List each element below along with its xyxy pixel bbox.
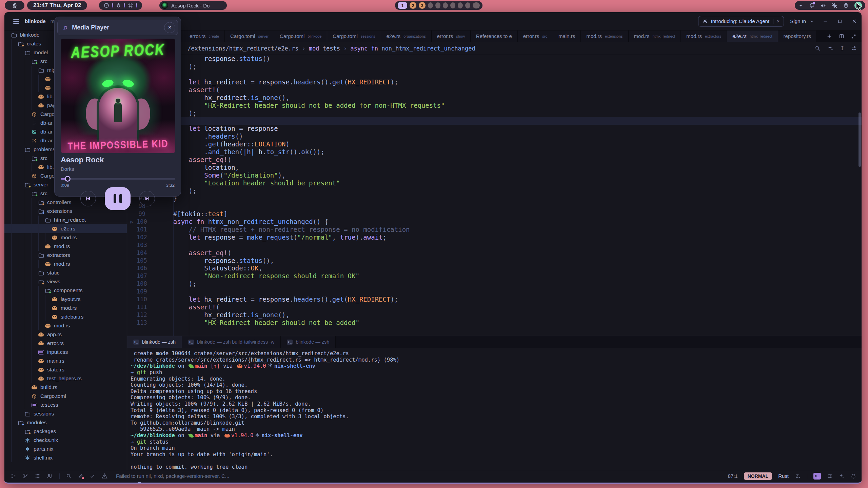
- tree-item-checks.nix[interactable]: checks.nix: [4, 436, 127, 445]
- tree-item-state.rs[interactable]: state.rs: [4, 365, 127, 374]
- previous-track-button[interactable]: [80, 191, 96, 206]
- now-playing-widget[interactable]: Aesop Rock - Do: [159, 1, 227, 10]
- tree-item-layout.rs[interactable]: layout.rs: [4, 295, 127, 304]
- split-pane-icon[interactable]: [839, 34, 844, 39]
- pause-button[interactable]: [105, 187, 131, 210]
- tree-item-sessions[interactable]: sessions: [4, 409, 127, 418]
- workspace-dot[interactable]: [428, 2, 433, 8]
- workspace-button[interactable]: 2: [410, 2, 416, 9]
- tab-Cargo.toml[interactable]: Cargo.tomlsessions: [327, 30, 381, 42]
- workspace-dot[interactable]: [450, 2, 455, 8]
- search-icon[interactable]: [66, 473, 72, 479]
- editor-scrollbar[interactable]: [859, 113, 861, 167]
- workspace-dot[interactable]: [435, 2, 440, 8]
- workspace-switcher[interactable]: 123: [395, 1, 482, 10]
- new-tab-plus-icon[interactable]: [827, 34, 832, 39]
- project-panel-icon[interactable]: [11, 473, 16, 479]
- tree-item-e2e.rs[interactable]: e2e.rs: [4, 224, 127, 233]
- claude-agent-banner[interactable]: Introducing: Claude Agent ×: [698, 16, 784, 27]
- tab-error.rs[interactable]: error.rssrc: [518, 30, 553, 42]
- banner-close-icon[interactable]: ×: [773, 19, 780, 24]
- selection-mode-icon[interactable]: I: [841, 45, 844, 52]
- tree-item-components[interactable]: components: [4, 286, 127, 295]
- tab-e2e.rs[interactable]: e2e.rsorganizations: [381, 30, 432, 42]
- idle-inhibitor-off-icon[interactable]: [832, 3, 837, 8]
- minimize-button[interactable]: [823, 19, 828, 24]
- tree-item-extractors[interactable]: extractors: [4, 251, 127, 260]
- cursor-position[interactable]: 87:1: [728, 473, 738, 479]
- tab-mod.rs[interactable]: mod.rshtmx_redirect: [629, 30, 681, 42]
- workspace-dot[interactable]: [465, 2, 470, 8]
- menu-hamburger-icon[interactable]: [13, 19, 19, 24]
- tab-Cargo.toml[interactable]: Cargo.tomlblinkode: [274, 30, 327, 42]
- collab-users-icon[interactable]: [47, 473, 53, 479]
- breadcrumb[interactable]: /extensions/htmx_redirect/e2e.rs›mod tes…: [127, 42, 862, 55]
- tree-item-views[interactable]: views: [4, 277, 127, 286]
- tab-error.rs[interactable]: error.rscreate: [184, 30, 225, 42]
- tree-item-error.rs[interactable]: error.rs: [4, 339, 127, 348]
- workspace-dot[interactable]: [443, 2, 448, 8]
- sign-in-chevron-icon[interactable]: [809, 19, 814, 24]
- close-button[interactable]: [852, 19, 857, 24]
- debug-bug-icon[interactable]: [827, 473, 833, 479]
- workspace-active[interactable]: 1: [398, 2, 407, 9]
- media-player-header[interactable]: ♫ Media Player ×: [57, 20, 178, 35]
- workspace-button[interactable]: 3: [419, 2, 426, 9]
- tree-item-test.css[interactable]: test.css: [4, 401, 127, 409]
- tree-item-packages[interactable]: packages: [4, 427, 127, 436]
- tree-item-app.rs[interactable]: app.rs: [4, 330, 127, 339]
- tree-item-mod.rs[interactable]: mod.rs: [4, 321, 127, 330]
- edit-prediction-icon[interactable]: [795, 473, 801, 479]
- tab-References-to-e[interactable]: References to e: [471, 30, 518, 42]
- tree-item-htmx-redirect[interactable]: htmx_redirect: [4, 216, 127, 224]
- project-name[interactable]: blinkode: [25, 18, 46, 24]
- workspace-dot[interactable]: [473, 2, 480, 8]
- sign-in-button[interactable]: Sign In: [790, 18, 806, 24]
- tree-item-static[interactable]: static: [4, 268, 127, 277]
- bell-icon[interactable]: [851, 473, 856, 479]
- tree-item-build.rs[interactable]: build.rs: [4, 383, 127, 392]
- notifications-button[interactable]: [809, 3, 814, 8]
- tree-item-test-helpers.rs[interactable]: test_helpers.rs: [4, 374, 127, 383]
- terminal-tab[interactable]: >_blinkode — zsh: [281, 336, 336, 348]
- tree-item-modules[interactable]: modules: [4, 418, 127, 427]
- code-editor[interactable]: 79 response.status()80 );8182 let hx_red…: [127, 55, 862, 336]
- chevron-down-icon[interactable]: [798, 3, 803, 8]
- terminal-tab[interactable]: >_blinkode — zsh build-tailwindcss -w: [182, 336, 281, 348]
- next-track-button[interactable]: [139, 191, 155, 206]
- workspace-dot[interactable]: [458, 2, 463, 8]
- night-owl-icon[interactable]: [843, 3, 849, 8]
- editor-settings-sliders-icon[interactable]: [851, 45, 857, 51]
- volume-icon[interactable]: [820, 3, 826, 8]
- tree-item-parts.nix[interactable]: parts.nix: [4, 445, 127, 453]
- tree-item-Cargo.toml[interactable]: Cargo.toml: [4, 392, 127, 401]
- launcher-button[interactable]: [5, 1, 24, 10]
- terminal-output[interactable]: create mode 100644 crates/server/src/ext…: [127, 348, 862, 483]
- system-stats[interactable]: [99, 1, 142, 10]
- tab-mod.rs[interactable]: mod.rsextractors: [681, 30, 727, 42]
- tree-item-sidebar.rs[interactable]: sidebar.rs: [4, 312, 127, 321]
- tab-mod.rs[interactable]: mod.rsextensions: [581, 30, 628, 42]
- run-test-button[interactable]: ▷: [127, 219, 137, 224]
- tab-e2e.rs[interactable]: e2e.rshtmx_redirect: [727, 30, 778, 42]
- search-icon[interactable]: [815, 45, 821, 51]
- clock[interactable]: 21:47 Thu, Apr 02: [27, 1, 87, 10]
- language-label[interactable]: Rust: [778, 473, 789, 479]
- tree-item-mod.rs[interactable]: mod.rs: [4, 242, 127, 251]
- outline-icon[interactable]: [35, 473, 40, 479]
- status-message[interactable]: Failed to run nil, nixd, package-version…: [116, 473, 229, 479]
- diagnostics-edit-button[interactable]: [78, 473, 83, 479]
- tree-item-mod.rs[interactable]: mod.rs: [4, 304, 127, 312]
- tree-item-mod.rs[interactable]: mod.rs: [4, 260, 127, 268]
- media-player-window[interactable]: ♫ Media Player × AESOP ROCK THE IMPOSSIB…: [54, 17, 181, 197]
- expand-pane-icon[interactable]: [851, 34, 856, 39]
- terminal-toggle-icon[interactable]: >_: [813, 473, 821, 480]
- tree-item-shell.nix[interactable]: shell.nix: [4, 453, 127, 462]
- seek-slider[interactable]: [61, 176, 175, 182]
- warning-triangle-icon[interactable]: [102, 473, 107, 479]
- tab-Cargo.toml[interactable]: Cargo.tomlserver: [225, 30, 274, 42]
- git-branch-icon[interactable]: [23, 473, 28, 479]
- maximize-button[interactable]: [837, 19, 842, 24]
- tab-repository.rs[interactable]: repository.rs: [778, 30, 817, 42]
- tree-item-mod.rs[interactable]: mod.rs: [4, 233, 127, 242]
